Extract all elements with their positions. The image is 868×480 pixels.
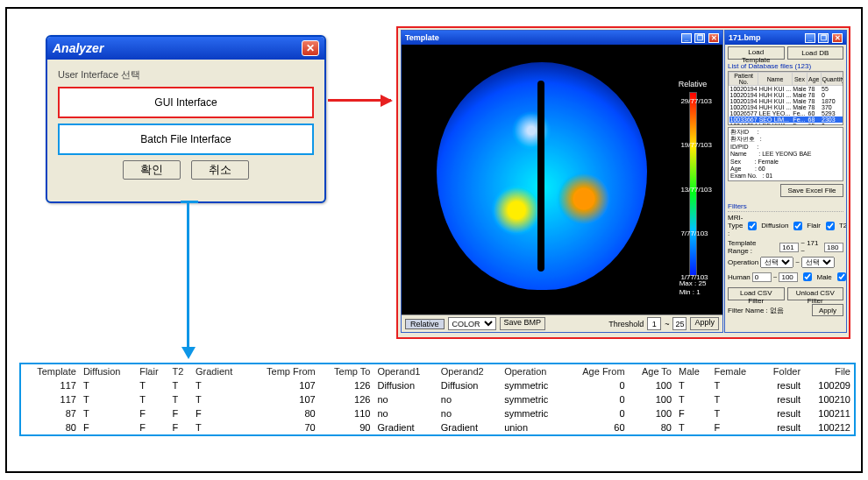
batch-cell: 107 (248, 378, 319, 392)
chk-female[interactable]: Female (834, 270, 846, 284)
load-csv-button[interactable]: Load CSV Filter (728, 287, 785, 300)
batch-cell: F (169, 406, 192, 420)
db-cell: 60 (808, 110, 821, 116)
db-row[interactable]: 10020194HUH KUI ...Male781870 (729, 98, 844, 104)
arrow-to-batch-line (187, 203, 189, 348)
batch-row: 80FFFT7090GradientGradientunion6080TFres… (21, 420, 854, 434)
db-cell: Fe... (792, 123, 807, 125)
batch-cell: 100 (629, 392, 675, 406)
filter-apply-button[interactable]: Apply (812, 304, 843, 316)
chk-flair[interactable]: Flair (790, 219, 821, 233)
meta-box: 환자ID : 환자번호 : ID/PID : Name : LEE YEONG … (728, 127, 843, 181)
close-icon[interactable]: ✕ (708, 33, 719, 43)
side-titlebar: 171.bmp _ ❐ ✕ (725, 31, 846, 45)
load-template-button[interactable]: Load Template (728, 46, 785, 60)
color-select[interactable]: COLOR (448, 317, 496, 330)
save-excel-button[interactable]: Save Excel File (780, 184, 843, 197)
ok-button[interactable]: 확인 (123, 160, 181, 180)
db-cell: 10020194 (729, 86, 758, 93)
batch-cell: 80 (629, 420, 675, 434)
batch-cell: result (760, 406, 804, 420)
threshold-sep: ~ (665, 320, 669, 328)
db-row[interactable]: 10041054LEE KWA...Fe...650 (729, 123, 844, 125)
db-cell: 68 (808, 116, 821, 123)
batch-cell: 100212 (804, 420, 854, 434)
window-buttons: _ ❐ ✕ (804, 33, 843, 43)
batch-cell: 0 (566, 406, 629, 420)
db-cell: 10041054 (729, 123, 758, 125)
batch-cell: 117 (21, 392, 80, 406)
arrow-to-gui (328, 99, 391, 102)
relative-tab[interactable]: Relative (405, 319, 445, 329)
minimize-icon[interactable]: _ (805, 33, 815, 43)
operation2-select[interactable]: 선택 (801, 257, 835, 268)
template-from-input[interactable] (779, 243, 799, 252)
operation1-select[interactable]: 선택 (760, 257, 793, 268)
db-cell: 2303 (821, 116, 843, 123)
unload-csv-button[interactable]: Unload CSV Filter (787, 287, 844, 300)
human-label: Human (728, 273, 751, 281)
db-row[interactable]: 10020194HUH KUI ...Male780 (729, 92, 844, 98)
filters-label: Filters (728, 202, 843, 210)
batch-cell: 0 (566, 378, 629, 392)
batch-cell: 80 (21, 420, 80, 434)
db-cell: 55 (821, 86, 843, 93)
batch-cell: result (760, 392, 804, 406)
gui-interface-label: GUI Interface (154, 96, 217, 109)
human-from-input[interactable] (752, 272, 772, 282)
batch-cell: result (760, 420, 804, 434)
template-subwindow: Template _ ❐ ✕ Relative 29/77/103 (401, 30, 723, 333)
load-db-button[interactable]: Load DB (787, 46, 844, 60)
db-list[interactable]: Patient No.NameSexAgeQuantity 10020194HU… (728, 71, 843, 125)
batch-header: Flair (136, 364, 168, 378)
batch-row: 117TTTT107126nonosymmetric0100TTresult10… (21, 392, 854, 406)
chk-male[interactable]: Male (800, 270, 831, 284)
batch-row: 117TTTT107126DiffusionDiffusionsymmetric… (21, 378, 854, 392)
db-row[interactable]: 10026577LEE YEO...Fe...605293 (729, 110, 844, 116)
db-row[interactable]: 10033667SEO LIM...Fe...682303 (729, 116, 844, 123)
db-row[interactable]: 10020194HUH KUI ...Male7855 (729, 86, 844, 93)
db-cell: 370 (821, 104, 843, 110)
batch-cell: F (192, 406, 248, 420)
db-cell: Male (792, 104, 807, 110)
maximize-icon[interactable]: ❐ (818, 33, 829, 43)
batch-interface-button[interactable]: Batch File Interface (58, 124, 314, 155)
brain-viewer[interactable]: Relative 29/77/103 19/77/103 13/77/103 7… (402, 45, 722, 314)
tick-1: 19/77/103 (680, 141, 712, 149)
template-titlebar: Template _ ❐ ✕ (402, 31, 722, 45)
db-cell: SEO LIM... (758, 116, 793, 123)
batch-header: Male (675, 364, 710, 378)
close-icon[interactable]: ✕ (832, 33, 843, 43)
batch-cell: F (136, 406, 168, 420)
template-to-input[interactable] (824, 243, 843, 252)
batch-header: T2 (169, 364, 192, 378)
batch-cell: T (80, 406, 136, 420)
minimize-icon[interactable]: _ (681, 33, 692, 43)
close-icon[interactable]: ✕ (302, 40, 319, 56)
batch-cell: F (136, 420, 168, 434)
db-cell: Male (792, 86, 807, 93)
batch-table: TemplateDiffusionFlairT2GradientTemp Fro… (21, 364, 854, 434)
batch-cell: T (192, 392, 248, 406)
batch-cell: 100209 (804, 378, 854, 392)
side-title-text: 171.bmp (729, 33, 761, 42)
batch-cell: F (80, 420, 136, 434)
batch-header: Temp From (248, 364, 319, 378)
colorbar-label: Relative (679, 80, 708, 88)
db-row[interactable]: 10020194HUH KUI ...Male78370 (729, 104, 844, 110)
cancel-button[interactable]: 취소 (191, 160, 249, 180)
db-cell: 78 (808, 104, 821, 110)
chk-t2[interactable]: T2 (822, 219, 846, 233)
save-bmp-button[interactable]: Save BMP (500, 317, 546, 330)
human-to-input[interactable] (779, 272, 798, 282)
chk-diffusion[interactable]: Diffusion (744, 219, 788, 233)
threshold-high-input[interactable] (672, 317, 687, 330)
analyzer-subtitle: User Interface 선택 (58, 68, 314, 81)
analyzer-body: User Interface 선택 GUI Interface Batch Fi… (47, 60, 324, 185)
threshold-apply-button[interactable]: Apply (690, 317, 719, 330)
gui-interface-button[interactable]: GUI Interface (58, 87, 314, 118)
batch-cell: T (192, 420, 248, 434)
maximize-icon[interactable]: ❐ (694, 33, 705, 43)
threshold-low-input[interactable] (647, 317, 661, 330)
batch-cell: F (675, 406, 710, 420)
